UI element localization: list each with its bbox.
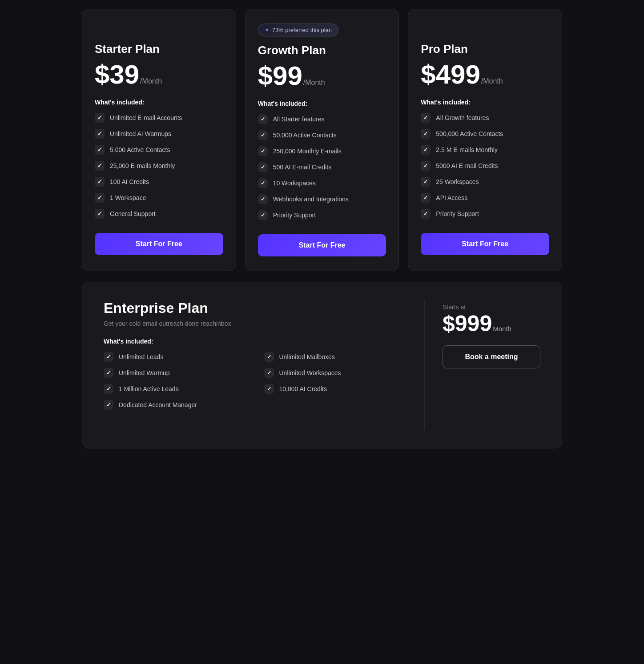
check-icon [95,145,105,155]
price-amount: $99 [258,63,302,89]
check-icon [421,193,431,203]
cta-button-starter[interactable]: Start For Free [95,233,223,255]
enterprise-feature-item: Unlimited Warmup [104,368,246,378]
check-icon [421,145,431,155]
feature-text: Webhooks and Integrations [273,196,349,203]
check-icon [264,368,274,378]
check-icon [421,209,431,219]
feature-text: 1 Million Active Leads [119,385,179,392]
check-icon [258,162,268,172]
enterprise-subtitle: Get your cold email outreach done reachi… [104,320,407,327]
whats-included-label: What's included: [258,100,386,107]
check-icon [421,129,431,139]
plan-price: $39 /Month [95,61,223,88]
feature-text: Dedicated Account Manager [119,401,197,408]
plan-card-starter: Starter Plan $39 /Month What's included:… [82,9,236,271]
price-amount: $39 [95,61,139,88]
feature-item: 5000 AI E-mail Credits [421,161,549,171]
feature-text: Priority Support [273,212,316,219]
feature-item: 100 AI Credits [95,177,223,187]
feature-text: 25,000 E-mails Monthly [110,162,175,169]
price-amount: $499 [421,61,480,88]
check-icon [95,161,105,171]
plan-price: $499 /Month [421,61,549,88]
enterprise-card: Enterprise Plan Get your cold email outr… [82,282,562,448]
check-icon [104,368,113,378]
feature-item: 500,000 Active Contacts [421,129,549,139]
check-icon [258,114,268,124]
feature-text: 50,000 Active Contacts [273,132,337,139]
enterprise-right: Starts at $999 Month Book a meeting [443,300,540,368]
feature-text: 5000 AI E-mail Credits [436,162,498,169]
cta-button-growth[interactable]: Start For Free [258,234,386,256]
feature-list: Unlimited E-mail Accounts Unlimited AI W… [95,113,223,219]
feature-item: 25 Workspaces [421,177,549,187]
feature-text: Unlimited Mailboxes [279,353,335,360]
enterprise-left: Enterprise Plan Get your cold email outr… [104,300,425,430]
check-icon [258,194,268,204]
cta-button-pro[interactable]: Start For Free [421,233,549,255]
check-icon [95,129,105,139]
feature-item: General Support [95,209,223,219]
plan-name: Pro Plan [421,42,549,56]
enterprise-whats-included: What's included: [104,338,407,345]
feature-item: 2.5 M E-mails Monthly [421,145,549,155]
feature-item: 50,000 Active Contacts [258,130,386,140]
feature-item: Webhooks and Integrations [258,194,386,204]
enterprise-feature-item: Dedicated Account Manager [104,400,246,410]
feature-item: All Growth features [421,113,549,123]
enterprise-price: $999 Month [443,312,540,335]
plan-price: $99 /Month [258,63,386,89]
whats-included-label: What's included: [95,99,223,106]
check-icon [104,400,113,410]
feature-item: 5,000 Active Contacts [95,145,223,155]
feature-text: 100 AI Credits [110,178,149,185]
feature-text: API Access [436,194,467,201]
feature-list: All Starter features 50,000 Active Conta… [258,114,386,220]
feature-text: 500,000 Active Contacts [436,130,503,137]
feature-text: 500 AI E-mail Credits [273,164,332,171]
feature-item: 1 Workspace [95,193,223,203]
check-icon [264,384,274,394]
check-icon [264,352,274,362]
book-meeting-button[interactable]: Book a meeting [443,345,540,368]
enterprise-price-amount: $999 [443,312,492,335]
check-icon [258,178,268,188]
plan-name: Starter Plan [95,42,223,56]
enterprise-feature-item: Unlimited Leads [104,352,246,362]
popular-badge: ✦ 73% preferred this plan [258,24,338,36]
feature-item: API Access [421,193,549,203]
feature-text: 250,000 Monthly E-mails [273,148,342,155]
plan-card-pro: Pro Plan $499 /Month What's included: Al… [408,9,562,271]
check-icon [95,113,105,123]
enterprise-price-period: Month [493,325,511,332]
feature-item: Unlimited E-mail Accounts [95,113,223,123]
enterprise-features-col1: Unlimited Leads Unlimited Warmup 1 Milli… [104,352,246,416]
check-icon [258,146,268,156]
feature-text: All Growth features [436,114,489,121]
feature-text: All Starter features [273,116,325,123]
feature-text: Priority Support [436,210,479,217]
feature-text: 10,000 AI Credits [279,385,327,392]
feature-text: 10 Workspaces [273,180,316,187]
feature-item: Unlimited AI Warmups [95,129,223,139]
feature-text: 5,000 Active Contacts [110,146,170,153]
feature-text: 1 Workspace [110,194,146,201]
check-icon [95,193,105,203]
check-icon [258,130,268,140]
feature-text: Unlimited E-mail Accounts [110,114,182,121]
enterprise-features-grid: Unlimited Leads Unlimited Warmup 1 Milli… [104,352,407,430]
feature-item: Priority Support [421,209,549,219]
check-icon [104,384,113,394]
feature-text: Unlimited AI Warmups [110,130,171,137]
popular-badge-text: 73% preferred this plan [272,27,332,33]
feature-text: Unlimited Workspaces [279,369,341,376]
feature-item: 500 AI E-mail Credits [258,162,386,172]
feature-text: Unlimited Warmup [119,369,170,376]
feature-item: 250,000 Monthly E-mails [258,146,386,156]
enterprise-feature-item: 10,000 AI Credits [264,384,407,394]
check-icon [421,177,431,187]
check-icon [421,113,431,123]
enterprise-feature-item: Unlimited Mailboxes [264,352,407,362]
price-period: /Month [140,77,162,85]
